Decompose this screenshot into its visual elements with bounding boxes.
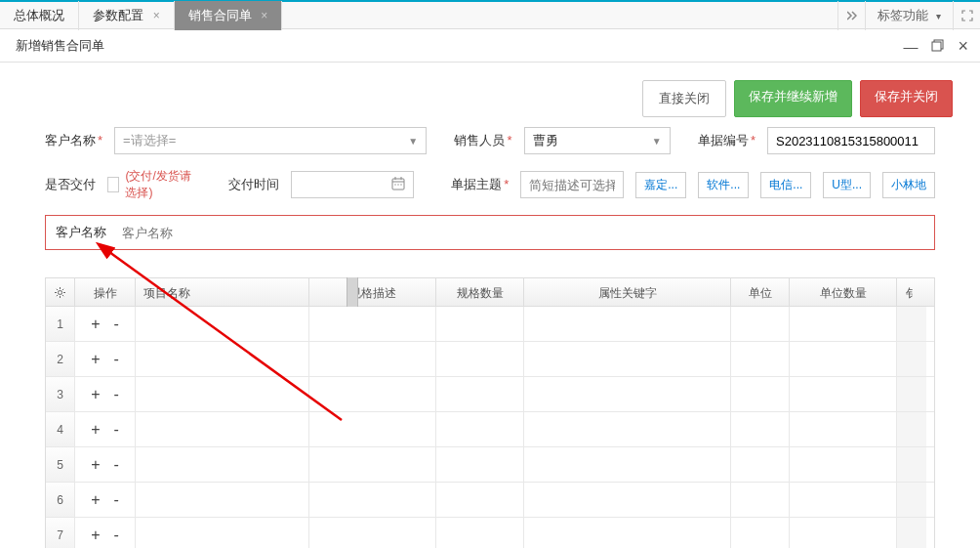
cell-itemname[interactable] bbox=[136, 483, 309, 517]
close-tab-icon[interactable]: × bbox=[261, 9, 267, 22]
remove-row-button[interactable]: - bbox=[114, 412, 119, 447]
cell-attr[interactable] bbox=[524, 377, 731, 411]
label-function-dropdown[interactable]: 标签功能 ▾ bbox=[865, 1, 953, 30]
add-row-button[interactable]: + bbox=[91, 447, 100, 483]
tabs-scroll-right-button[interactable] bbox=[837, 1, 865, 30]
add-row-button[interactable]: + bbox=[91, 307, 100, 342]
cell-attr[interactable] bbox=[524, 447, 731, 482]
itemname-column-header: 项目名称 bbox=[136, 278, 309, 306]
cell-unit[interactable] bbox=[731, 518, 790, 548]
row-number: 5 bbox=[46, 447, 75, 482]
bill-no-input[interactable] bbox=[767, 127, 935, 154]
deliver-time-input[interactable] bbox=[291, 171, 414, 198]
cell-unitqty[interactable] bbox=[790, 412, 897, 446]
tag-telecom[interactable]: 电信... bbox=[760, 172, 811, 198]
cell-unitqty[interactable] bbox=[790, 483, 897, 517]
tag-software[interactable]: 软件... bbox=[698, 172, 749, 198]
cell-unitqty[interactable] bbox=[790, 377, 897, 411]
cell-unitqty[interactable] bbox=[790, 342, 897, 376]
remove-row-button[interactable]: - bbox=[114, 483, 119, 518]
remove-row-button[interactable]: - bbox=[114, 447, 119, 483]
spec-column-header: 规格描述 bbox=[309, 278, 436, 306]
svg-rect-1 bbox=[932, 42, 941, 51]
cell-qty[interactable] bbox=[436, 483, 524, 517]
delivered-checkbox[interactable] bbox=[107, 177, 119, 192]
cell-unit[interactable] bbox=[731, 342, 790, 376]
remove-row-button[interactable]: - bbox=[114, 518, 119, 548]
cell-unitqty[interactable] bbox=[790, 518, 897, 548]
cell-spec[interactable] bbox=[309, 307, 436, 341]
cell-unit[interactable] bbox=[731, 307, 790, 341]
cell-spec[interactable] bbox=[309, 342, 436, 376]
minimize-icon[interactable]: — bbox=[903, 38, 918, 55]
tab-sales-contract[interactable]: 销售合同单 × bbox=[175, 1, 283, 30]
tag-xiaolin[interactable]: 小林地 bbox=[882, 172, 935, 198]
maximize-icon[interactable] bbox=[931, 38, 944, 55]
customer-name-select[interactable]: =请选择= ▼ bbox=[114, 127, 427, 154]
cell-qty[interactable] bbox=[436, 342, 524, 376]
cell-itemname[interactable] bbox=[136, 342, 309, 376]
subject-input[interactable] bbox=[520, 171, 624, 198]
cell-attr[interactable] bbox=[524, 307, 731, 341]
cell-attr[interactable] bbox=[524, 342, 731, 376]
customer-name-search-row: 客户名称 bbox=[45, 215, 935, 250]
cell-attr[interactable] bbox=[524, 483, 731, 517]
cell-itemname[interactable] bbox=[136, 518, 309, 548]
cell-itemname[interactable] bbox=[136, 377, 309, 411]
svg-point-7 bbox=[398, 184, 399, 185]
cell-qty[interactable] bbox=[436, 518, 524, 548]
row-number: 1 bbox=[46, 307, 75, 341]
cell-itemname[interactable] bbox=[136, 447, 309, 482]
cell-qty[interactable] bbox=[436, 377, 524, 411]
add-row-button[interactable]: + bbox=[91, 412, 100, 447]
cell-itemname[interactable] bbox=[136, 307, 309, 341]
bill-no-field[interactable] bbox=[776, 128, 926, 153]
tab-label: 参数配置 bbox=[93, 8, 143, 22]
calendar-icon[interactable] bbox=[391, 177, 405, 193]
close-icon[interactable]: × bbox=[958, 36, 968, 57]
cell-spec[interactable] bbox=[309, 483, 436, 517]
cell-unit[interactable] bbox=[731, 377, 790, 411]
cell-qty[interactable] bbox=[436, 412, 524, 446]
cell-last bbox=[897, 377, 926, 411]
add-row-button[interactable]: + bbox=[91, 518, 100, 548]
cell-attr[interactable] bbox=[524, 412, 731, 446]
tag-jiading[interactable]: 嘉定... bbox=[635, 172, 686, 198]
subject-label: 单据主题* bbox=[451, 176, 509, 193]
cell-unit[interactable] bbox=[731, 412, 790, 446]
save-close-button[interactable]: 保存并关闭 bbox=[860, 80, 953, 117]
cell-unitqty[interactable] bbox=[790, 447, 897, 482]
cell-spec[interactable] bbox=[309, 377, 436, 411]
gear-column-header[interactable] bbox=[46, 278, 75, 306]
cell-unit[interactable] bbox=[731, 447, 790, 482]
fullscreen-button[interactable] bbox=[953, 1, 980, 30]
qty-column-header: 规格数量 bbox=[436, 278, 524, 306]
salesperson-select[interactable]: 曹勇 ▼ bbox=[524, 127, 671, 154]
cell-last bbox=[897, 518, 926, 548]
cell-attr[interactable] bbox=[524, 518, 731, 548]
cell-unitqty[interactable] bbox=[790, 307, 897, 341]
add-row-button[interactable]: + bbox=[91, 377, 100, 412]
save-continue-button[interactable]: 保存并继续新增 bbox=[734, 80, 852, 117]
column-resize-handle[interactable] bbox=[347, 277, 358, 307]
remove-row-button[interactable]: - bbox=[114, 377, 119, 412]
tab-overview[interactable]: 总体概况 bbox=[0, 1, 79, 30]
cell-spec[interactable] bbox=[309, 447, 436, 482]
cell-spec[interactable] bbox=[309, 412, 436, 446]
add-row-button[interactable]: + bbox=[91, 342, 100, 377]
remove-row-button[interactable]: - bbox=[114, 307, 119, 342]
op-column-header: 操作 bbox=[75, 278, 136, 306]
cell-qty[interactable] bbox=[436, 307, 524, 341]
cell-itemname[interactable] bbox=[136, 412, 309, 446]
subject-field[interactable] bbox=[529, 172, 615, 197]
remove-row-button[interactable]: - bbox=[114, 342, 119, 377]
tab-config[interactable]: 参数配置 × bbox=[79, 1, 175, 30]
cell-spec[interactable] bbox=[309, 518, 436, 548]
cell-qty[interactable] bbox=[436, 447, 524, 482]
tag-utype[interactable]: U型... bbox=[823, 172, 871, 198]
customer-name-search-input[interactable] bbox=[122, 226, 924, 240]
add-row-button[interactable]: + bbox=[91, 483, 100, 518]
close-tab-icon[interactable]: × bbox=[153, 9, 160, 22]
direct-close-button[interactable]: 直接关闭 bbox=[645, 83, 723, 114]
cell-unit[interactable] bbox=[731, 483, 790, 517]
